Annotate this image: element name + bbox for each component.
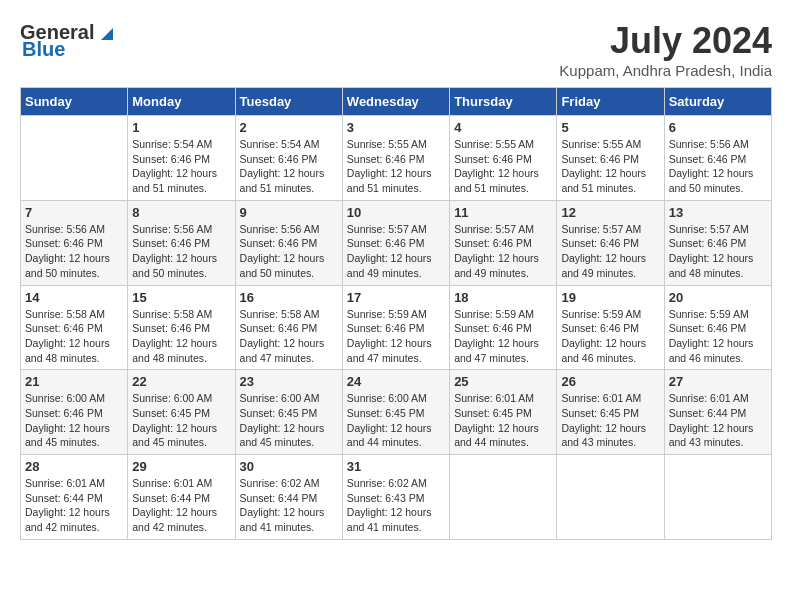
calendar-cell: 28Sunrise: 6:01 AM Sunset: 6:44 PM Dayli… (21, 455, 128, 540)
calendar-cell: 1Sunrise: 5:54 AM Sunset: 6:46 PM Daylig… (128, 116, 235, 201)
calendar-cell: 9Sunrise: 5:56 AM Sunset: 6:46 PM Daylig… (235, 200, 342, 285)
calendar-cell: 29Sunrise: 6:01 AM Sunset: 6:44 PM Dayli… (128, 455, 235, 540)
logo: General Blue (20, 20, 117, 61)
calendar-cell: 10Sunrise: 5:57 AM Sunset: 6:46 PM Dayli… (342, 200, 449, 285)
cell-sun-info: Sunrise: 6:00 AM Sunset: 6:45 PM Dayligh… (347, 391, 445, 450)
cell-sun-info: Sunrise: 5:57 AM Sunset: 6:46 PM Dayligh… (347, 222, 445, 281)
calendar-cell: 13Sunrise: 5:57 AM Sunset: 6:46 PM Dayli… (664, 200, 771, 285)
day-number: 2 (240, 120, 338, 135)
calendar-cell (21, 116, 128, 201)
day-number: 14 (25, 290, 123, 305)
cell-sun-info: Sunrise: 5:57 AM Sunset: 6:46 PM Dayligh… (669, 222, 767, 281)
day-number: 20 (669, 290, 767, 305)
calendar-week-row: 21Sunrise: 6:00 AM Sunset: 6:46 PM Dayli… (21, 370, 772, 455)
day-number: 25 (454, 374, 552, 389)
cell-sun-info: Sunrise: 5:57 AM Sunset: 6:46 PM Dayligh… (561, 222, 659, 281)
page-header: General Blue July 2024 Kuppam, Andhra Pr… (20, 20, 772, 79)
day-number: 16 (240, 290, 338, 305)
calendar-cell: 8Sunrise: 5:56 AM Sunset: 6:46 PM Daylig… (128, 200, 235, 285)
weekday-header-row: SundayMondayTuesdayWednesdayThursdayFrid… (21, 88, 772, 116)
day-number: 15 (132, 290, 230, 305)
day-number: 18 (454, 290, 552, 305)
day-number: 11 (454, 205, 552, 220)
weekday-header-tuesday: Tuesday (235, 88, 342, 116)
cell-sun-info: Sunrise: 5:56 AM Sunset: 6:46 PM Dayligh… (132, 222, 230, 281)
cell-sun-info: Sunrise: 6:01 AM Sunset: 6:44 PM Dayligh… (25, 476, 123, 535)
cell-sun-info: Sunrise: 5:59 AM Sunset: 6:46 PM Dayligh… (561, 307, 659, 366)
month-year-title: July 2024 (559, 20, 772, 62)
cell-sun-info: Sunrise: 5:56 AM Sunset: 6:46 PM Dayligh… (240, 222, 338, 281)
day-number: 30 (240, 459, 338, 474)
calendar-cell: 27Sunrise: 6:01 AM Sunset: 6:44 PM Dayli… (664, 370, 771, 455)
calendar-cell (664, 455, 771, 540)
calendar-table: SundayMondayTuesdayWednesdayThursdayFrid… (20, 87, 772, 540)
day-number: 24 (347, 374, 445, 389)
calendar-cell: 7Sunrise: 5:56 AM Sunset: 6:46 PM Daylig… (21, 200, 128, 285)
weekday-header-thursday: Thursday (450, 88, 557, 116)
calendar-cell: 22Sunrise: 6:00 AM Sunset: 6:45 PM Dayli… (128, 370, 235, 455)
day-number: 31 (347, 459, 445, 474)
calendar-cell: 25Sunrise: 6:01 AM Sunset: 6:45 PM Dayli… (450, 370, 557, 455)
calendar-cell: 23Sunrise: 6:00 AM Sunset: 6:45 PM Dayli… (235, 370, 342, 455)
calendar-cell (450, 455, 557, 540)
calendar-cell: 3Sunrise: 5:55 AM Sunset: 6:46 PM Daylig… (342, 116, 449, 201)
day-number: 3 (347, 120, 445, 135)
calendar-cell: 15Sunrise: 5:58 AM Sunset: 6:46 PM Dayli… (128, 285, 235, 370)
day-number: 4 (454, 120, 552, 135)
calendar-cell: 4Sunrise: 5:55 AM Sunset: 6:46 PM Daylig… (450, 116, 557, 201)
cell-sun-info: Sunrise: 5:57 AM Sunset: 6:46 PM Dayligh… (454, 222, 552, 281)
cell-sun-info: Sunrise: 5:54 AM Sunset: 6:46 PM Dayligh… (240, 137, 338, 196)
weekday-header-monday: Monday (128, 88, 235, 116)
day-number: 9 (240, 205, 338, 220)
cell-sun-info: Sunrise: 6:02 AM Sunset: 6:43 PM Dayligh… (347, 476, 445, 535)
day-number: 17 (347, 290, 445, 305)
day-number: 21 (25, 374, 123, 389)
svg-marker-0 (101, 28, 113, 40)
cell-sun-info: Sunrise: 5:56 AM Sunset: 6:46 PM Dayligh… (25, 222, 123, 281)
day-number: 12 (561, 205, 659, 220)
calendar-cell: 21Sunrise: 6:00 AM Sunset: 6:46 PM Dayli… (21, 370, 128, 455)
calendar-week-row: 7Sunrise: 5:56 AM Sunset: 6:46 PM Daylig… (21, 200, 772, 285)
cell-sun-info: Sunrise: 6:02 AM Sunset: 6:44 PM Dayligh… (240, 476, 338, 535)
weekday-header-sunday: Sunday (21, 88, 128, 116)
calendar-cell: 12Sunrise: 5:57 AM Sunset: 6:46 PM Dayli… (557, 200, 664, 285)
cell-sun-info: Sunrise: 6:01 AM Sunset: 6:44 PM Dayligh… (132, 476, 230, 535)
cell-sun-info: Sunrise: 6:01 AM Sunset: 6:44 PM Dayligh… (669, 391, 767, 450)
day-number: 23 (240, 374, 338, 389)
day-number: 27 (669, 374, 767, 389)
logo-triangle-icon (95, 22, 117, 44)
day-number: 29 (132, 459, 230, 474)
day-number: 5 (561, 120, 659, 135)
calendar-cell: 17Sunrise: 5:59 AM Sunset: 6:46 PM Dayli… (342, 285, 449, 370)
cell-sun-info: Sunrise: 5:58 AM Sunset: 6:46 PM Dayligh… (240, 307, 338, 366)
cell-sun-info: Sunrise: 5:56 AM Sunset: 6:46 PM Dayligh… (669, 137, 767, 196)
cell-sun-info: Sunrise: 5:59 AM Sunset: 6:46 PM Dayligh… (669, 307, 767, 366)
cell-sun-info: Sunrise: 6:01 AM Sunset: 6:45 PM Dayligh… (561, 391, 659, 450)
weekday-header-saturday: Saturday (664, 88, 771, 116)
cell-sun-info: Sunrise: 5:54 AM Sunset: 6:46 PM Dayligh… (132, 137, 230, 196)
calendar-cell: 14Sunrise: 5:58 AM Sunset: 6:46 PM Dayli… (21, 285, 128, 370)
calendar-cell (557, 455, 664, 540)
day-number: 7 (25, 205, 123, 220)
calendar-cell: 20Sunrise: 5:59 AM Sunset: 6:46 PM Dayli… (664, 285, 771, 370)
calendar-cell: 18Sunrise: 5:59 AM Sunset: 6:46 PM Dayli… (450, 285, 557, 370)
cell-sun-info: Sunrise: 5:55 AM Sunset: 6:46 PM Dayligh… (561, 137, 659, 196)
cell-sun-info: Sunrise: 6:00 AM Sunset: 6:45 PM Dayligh… (132, 391, 230, 450)
day-number: 22 (132, 374, 230, 389)
cell-sun-info: Sunrise: 6:00 AM Sunset: 6:46 PM Dayligh… (25, 391, 123, 450)
weekday-header-wednesday: Wednesday (342, 88, 449, 116)
day-number: 28 (25, 459, 123, 474)
cell-sun-info: Sunrise: 5:55 AM Sunset: 6:46 PM Dayligh… (454, 137, 552, 196)
day-number: 19 (561, 290, 659, 305)
location-text: Kuppam, Andhra Pradesh, India (559, 62, 772, 79)
calendar-cell: 26Sunrise: 6:01 AM Sunset: 6:45 PM Dayli… (557, 370, 664, 455)
calendar-cell: 30Sunrise: 6:02 AM Sunset: 6:44 PM Dayli… (235, 455, 342, 540)
cell-sun-info: Sunrise: 5:59 AM Sunset: 6:46 PM Dayligh… (347, 307, 445, 366)
day-number: 6 (669, 120, 767, 135)
calendar-cell: 19Sunrise: 5:59 AM Sunset: 6:46 PM Dayli… (557, 285, 664, 370)
calendar-week-row: 14Sunrise: 5:58 AM Sunset: 6:46 PM Dayli… (21, 285, 772, 370)
logo-blue-text: Blue (22, 38, 65, 61)
cell-sun-info: Sunrise: 6:01 AM Sunset: 6:45 PM Dayligh… (454, 391, 552, 450)
calendar-cell: 6Sunrise: 5:56 AM Sunset: 6:46 PM Daylig… (664, 116, 771, 201)
weekday-header-friday: Friday (557, 88, 664, 116)
